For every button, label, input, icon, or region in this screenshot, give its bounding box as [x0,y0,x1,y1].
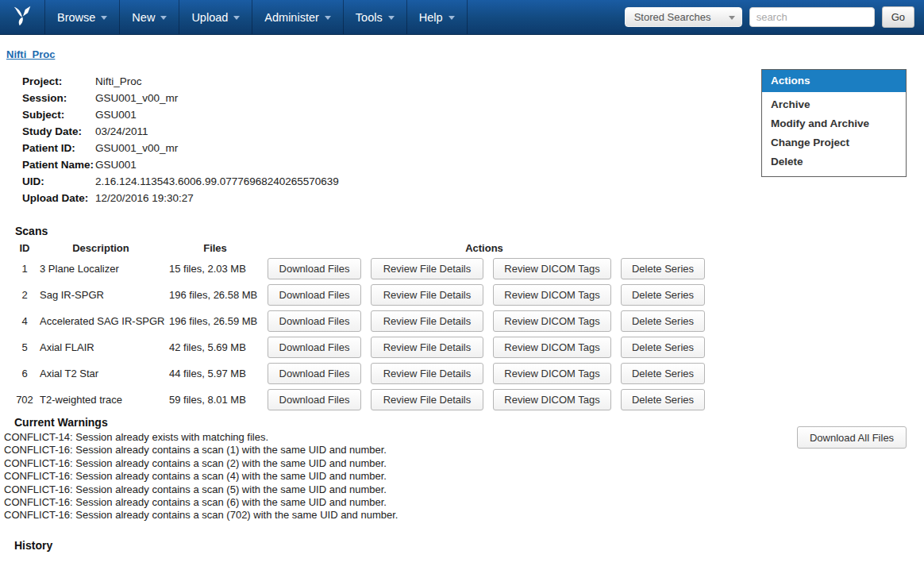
detail-value: 2.16.124.113543.6006.99.0777696824026557… [95,173,339,190]
warning-lines: CONFLICT-14: Session already exists with… [4,431,924,522]
actions-panel-header: Actions [762,70,906,92]
download-files-button[interactable]: Download Files [268,310,361,332]
scan-description: T2-weighted trace [35,394,167,406]
action-modify-and-archive[interactable]: Modify and Archive [762,114,906,133]
column-header-description: Description [35,242,167,254]
breadcrumb-project-link[interactable]: Nifti_Proc [6,48,55,60]
top-navbar: Browse New Upload Administer Tools Help … [0,0,924,35]
warning-line: CONFLICT-16: Session already contains a … [4,496,924,509]
action-archive[interactable]: Archive [762,95,906,114]
warning-line: CONFLICT-16: Session already contains a … [4,444,924,456]
nav-item-new[interactable]: New [120,0,179,34]
go-button[interactable]: Go [882,6,914,28]
nav-item-label: Administer [264,11,319,24]
review-dicom-tags-button[interactable]: Review DICOM Tags [493,337,611,358]
review-dicom-tags-button[interactable]: Review DICOM Tags [493,310,611,332]
review-file-details-button[interactable]: Review File Details [371,310,483,332]
scan-row: 6 Axial T2 Star 44 files, 5.97 MB Downlo… [14,360,924,387]
delete-series-button[interactable]: Delete Series [621,337,705,358]
download-all-files-button[interactable]: Download All Files [797,426,907,449]
nav-item-label: Browse [57,11,95,24]
detail-label: Patient ID: [22,140,95,156]
nav-item-browse[interactable]: Browse [45,0,120,34]
scan-row: 2 Sag IR-SPGR 196 files, 26.58 MB Downlo… [14,282,924,308]
detail-label: UID: [22,173,95,190]
download-files-button[interactable]: Download Files [268,363,361,384]
search-input[interactable] [749,7,875,27]
scan-description: Accelerated SAG IR-SPGR [35,315,167,327]
review-dicom-tags-button[interactable]: Review DICOM Tags [493,363,611,384]
download-files-button[interactable]: Download Files [268,337,361,358]
warning-line: CONFLICT-16: Session already contains a … [4,509,924,522]
detail-value: GSU001_v00_mr [95,90,178,106]
detail-value: 03/24/2011 [95,123,148,140]
column-header-files: Files [167,242,264,254]
column-header-id: ID [14,242,35,254]
review-file-details-button[interactable]: Review File Details [371,363,483,384]
scan-id: 5 [14,341,35,353]
scan-id: 4 [14,315,35,327]
review-file-details-button[interactable]: Review File Details [371,337,483,358]
detail-value: GSU001 [95,106,137,123]
download-files-button[interactable]: Download Files [268,284,361,306]
detail-label: Subject: [22,106,95,123]
chevron-down-icon [388,16,395,20]
scan-row: 4 Accelerated SAG IR-SPGR 196 files, 26.… [14,308,924,334]
scan-id: 6 [14,368,35,379]
scan-files: 15 files, 2.03 MB [167,263,264,275]
detail-label: Upload Date: [22,190,95,206]
delete-series-button[interactable]: Delete Series [621,284,705,306]
detail-value: Nifti_Proc [95,73,142,90]
actions-panel-body: ArchiveModify and ArchiveChange ProjectD… [762,92,906,176]
chevron-down-icon [101,16,107,20]
nav-item-label: New [132,11,155,24]
app-logo[interactable] [0,0,45,34]
action-change-project[interactable]: Change Project [762,133,906,152]
history-title: History [14,539,924,552]
delete-series-button[interactable]: Delete Series [621,258,705,279]
action-delete[interactable]: Delete [762,152,906,171]
scan-files: 196 files, 26.59 MB [167,315,264,327]
nav-item-tools[interactable]: Tools [344,0,407,34]
nav-right-tools: Stored Searches Go [625,0,924,34]
review-file-details-button[interactable]: Review File Details [371,389,483,410]
review-file-details-button[interactable]: Review File Details [371,258,483,279]
scan-description: Axial FLAIR [35,341,167,353]
detail-value: 12/20/2016 19:30:27 [95,190,194,206]
scans-table: ID Description Files Actions 1 3 Plane L… [14,240,924,413]
detail-value: GSU001_v00_mr [95,140,178,156]
stored-searches-label: Stored Searches [634,11,711,23]
scans-section: Scans ID Description Files Actions 1 3 P… [0,225,924,413]
review-dicom-tags-button[interactable]: Review DICOM Tags [493,389,611,410]
review-file-details-button[interactable]: Review File Details [371,284,483,306]
xnat-logo-icon [10,4,34,31]
stored-searches-dropdown[interactable]: Stored Searches [625,7,742,27]
scan-actions: Download FilesReview File DetailsReview … [264,389,924,410]
scan-actions: Download FilesReview File DetailsReview … [264,258,924,279]
detail-label: Session: [22,90,95,106]
chevron-down-icon [729,16,735,20]
nav-item-upload[interactable]: Upload [179,0,252,34]
detail-label: Patient Name: [22,156,95,173]
nav-item-label: Tools [356,11,383,24]
warnings-title: Current Warnings [14,416,924,429]
chevron-down-icon [325,16,331,20]
nav-item-administer[interactable]: Administer [252,0,344,34]
scan-row: 702 T2-weighted trace 59 files, 8.01 MB … [14,387,924,413]
delete-series-button[interactable]: Delete Series [621,389,705,410]
delete-series-button[interactable]: Delete Series [621,363,705,384]
detail-label: Project: [22,73,95,90]
scans-table-header: ID Description Files Actions [14,240,924,256]
download-files-button[interactable]: Download Files [268,389,361,410]
nav-item-help[interactable]: Help [407,0,468,34]
chevron-down-icon [233,16,240,20]
warnings-section: Current Warnings CONFLICT-14: Session al… [0,416,924,522]
review-dicom-tags-button[interactable]: Review DICOM Tags [493,258,611,279]
scan-row: 5 Axial FLAIR 42 files, 5.69 MB Download… [14,334,924,360]
delete-series-button[interactable]: Delete Series [621,310,705,332]
download-files-button[interactable]: Download Files [268,258,361,279]
review-dicom-tags-button[interactable]: Review DICOM Tags [493,284,611,306]
scan-actions: Download FilesReview File DetailsReview … [264,284,924,306]
breadcrumb: Nifti_Proc [6,48,924,60]
chevron-down-icon [449,16,455,20]
